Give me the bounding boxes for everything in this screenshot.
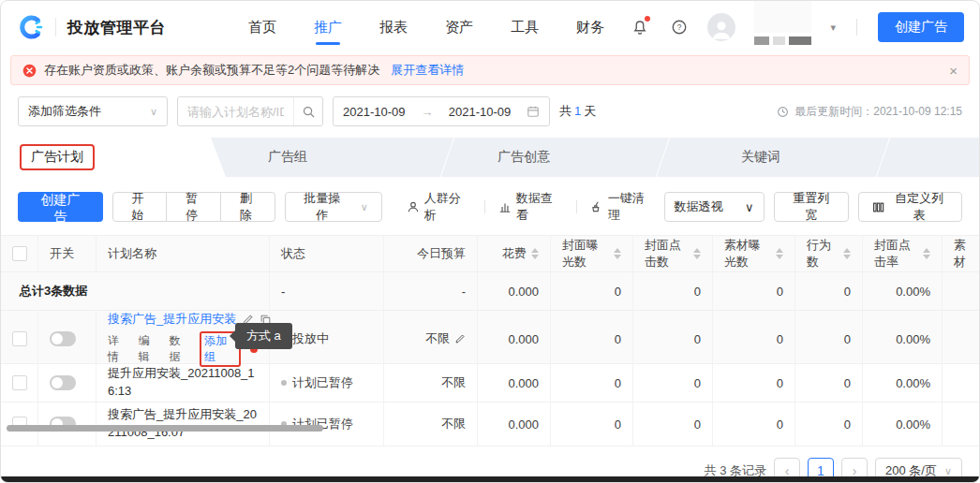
col-actions[interactable]: 行为数 <box>795 236 863 271</box>
user-name-redacted <box>754 0 811 74</box>
account-caret-down-icon[interactable]: ▾ <box>830 22 836 34</box>
cell-actions: 0 <box>795 311 863 367</box>
select-all-checkbox[interactable] <box>12 246 27 261</box>
divider <box>856 19 857 36</box>
detail-link[interactable]: 详情 <box>108 333 129 365</box>
chevron-down-icon: ∨ <box>944 465 952 477</box>
plan-name-link[interactable]: 搜索广告_提升应用安装 <box>108 311 236 328</box>
summary-cost: 0.000 <box>478 272 551 310</box>
arrow-right-icon: → <box>421 105 433 119</box>
list-toolbar: 创建广告 开始 暂停 删除 批量操作 ∨ 人群分析 <box>1 177 979 235</box>
data-view-link[interactable]: 数据查看 <box>498 190 563 224</box>
col-cover-impressions[interactable]: 封面曝光数 <box>551 236 633 271</box>
broom-icon <box>590 200 603 213</box>
sort-icon <box>531 248 539 259</box>
add-filter-label: 添加筛选条件 <box>28 103 101 120</box>
plan-toggle[interactable] <box>50 375 76 390</box>
notification-bell-icon[interactable] <box>629 16 651 38</box>
columns-icon <box>872 201 884 213</box>
custom-columns-button[interactable]: 自定义列表 <box>858 192 962 222</box>
cell-cover-clicks: 0 <box>633 311 713 367</box>
create-ad-top-button[interactable]: 创建广告 <box>878 12 964 42</box>
delete-button[interactable]: 删除 <box>220 192 275 222</box>
col-cost[interactable]: 花费 <box>478 236 551 271</box>
sort-icon <box>843 248 851 259</box>
plan-search-input[interactable] <box>178 105 293 119</box>
cell-cover-clicks: 0 <box>633 364 713 402</box>
batch-operation-select[interactable]: 批量操作 ∨ <box>285 192 382 222</box>
col-status: 状态 <box>270 236 384 271</box>
top-nav: 投放管理平台 首页 推广 报表 资产 工具 财务 ? <box>1 1 979 53</box>
create-ad-button[interactable]: 创建广告 <box>18 192 103 222</box>
cell-cover-clicks: 0 <box>633 402 713 446</box>
audience-analysis-link[interactable]: 人群分析 <box>407 190 471 224</box>
chevron-down-icon: ∨ <box>361 201 368 213</box>
nav-item-promotion[interactable]: 推广 <box>312 2 344 53</box>
main-menu: 首页 推广 报表 资产 工具 财务 <box>246 2 606 53</box>
user-avatar[interactable] <box>707 13 735 41</box>
date-range-picker[interactable]: 2021-10-09 → 2021-10-09 <box>333 96 550 126</box>
start-button[interactable]: 开始 <box>112 192 168 222</box>
tab-ad-creative[interactable]: 广告创意 <box>455 138 671 177</box>
nav-item-home[interactable]: 首页 <box>246 2 278 53</box>
svg-text:?: ? <box>677 23 682 32</box>
nav-item-tools[interactable]: 工具 <box>509 2 541 53</box>
summary-cover-clicks: 0 <box>633 272 713 310</box>
cell-actions: 0 <box>795 402 863 446</box>
status-button-group: 开始 暂停 删除 <box>112 192 275 222</box>
col-plan-name: 计划名称 <box>97 236 270 271</box>
divider <box>576 200 577 213</box>
tab-ad-plan[interactable]: 广告计划 <box>1 138 226 177</box>
edit-pencil-icon[interactable] <box>454 333 466 344</box>
tab-keywords[interactable]: 关键词 <box>671 138 891 177</box>
nav-item-reports[interactable]: 报表 <box>378 2 409 53</box>
edit-link[interactable]: 编辑 <box>139 333 160 365</box>
app-window: 投放管理平台 首页 推广 报表 资产 工具 财务 ? <box>0 0 980 483</box>
app-title: 投放管理平台 <box>67 17 166 38</box>
summary-cover-impressions: 0 <box>551 272 633 310</box>
logo-icon <box>16 13 44 41</box>
budget-value: 不限 <box>425 330 450 347</box>
brand-logo[interactable] <box>16 13 44 41</box>
search-icon[interactable] <box>293 97 322 125</box>
row-checkbox[interactable] <box>12 331 27 346</box>
plan-toggle[interactable] <box>50 331 76 346</box>
col-material-impressions[interactable]: 素材曝光数 <box>713 236 795 271</box>
alert-close-icon[interactable]: × <box>949 64 958 78</box>
sort-icon <box>923 248 930 259</box>
tooltip-method-a: 方式 a <box>235 323 292 349</box>
sort-icon <box>776 248 783 259</box>
row-checkbox[interactable] <box>12 375 27 390</box>
window-bottom-edge <box>1 476 979 482</box>
one-key-clean-link[interactable]: 一键清理 <box>590 190 655 224</box>
cell-cost: 0.000 <box>478 364 551 402</box>
sort-icon <box>693 248 701 259</box>
reset-column-width-button[interactable]: 重置列宽 <box>774 192 849 222</box>
data-pivot-select[interactable]: 数据透视 ∨ <box>664 192 765 222</box>
nav-item-assets[interactable]: 资产 <box>443 2 475 53</box>
budget-value: 不限 <box>384 402 478 446</box>
plan-search-box <box>177 96 323 126</box>
summary-actions: 0 <box>795 272 863 310</box>
clock-icon <box>777 106 789 118</box>
notification-dot <box>645 16 650 22</box>
status-badge: 计划已暂停 <box>281 374 353 391</box>
summary-cover-ctr: 0.00% <box>863 272 943 310</box>
data-link[interactable]: 数据 <box>170 333 191 365</box>
cell-cover-ctr: 0.00% <box>863 364 943 402</box>
tab-ad-group[interactable]: 广告组 <box>226 138 455 177</box>
horizontal-scrollbar[interactable] <box>7 425 323 432</box>
add-filter-select[interactable]: 添加筛选条件 ∨ <box>18 96 168 126</box>
col-cover-ctr[interactable]: 封面点击率 <box>863 236 943 271</box>
nav-item-finance[interactable]: 财务 <box>574 2 606 53</box>
col-cover-clicks[interactable]: 封面点击数 <box>633 236 713 271</box>
redaction-block <box>754 37 769 45</box>
pause-button[interactable]: 暂停 <box>166 192 221 222</box>
cell-material-impressions: 0 <box>713 311 795 367</box>
cell-cover-impressions: 0 <box>551 402 633 446</box>
date-start: 2021-10-09 <box>343 105 406 119</box>
logo-divider <box>55 18 56 37</box>
cell-cover-ctr: 0.00% <box>863 402 943 446</box>
alert-expand-link[interactable]: 展开查看详情 <box>391 62 464 79</box>
help-icon[interactable]: ? <box>668 16 690 38</box>
